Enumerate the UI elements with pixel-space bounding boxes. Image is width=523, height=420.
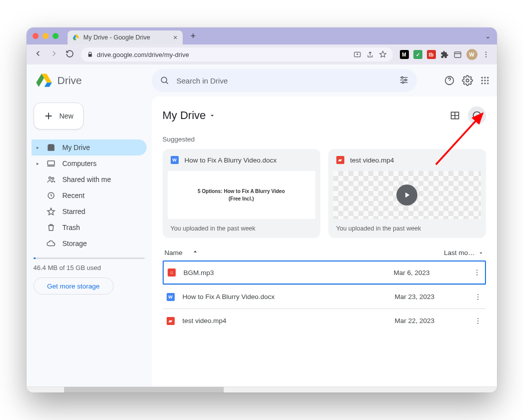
install-icon[interactable] bbox=[353, 50, 361, 58]
audio-file-icon: ♫ bbox=[168, 268, 176, 276]
url-text: drive.google.com/drive/my-drive bbox=[97, 51, 189, 58]
reading-list-icon[interactable] bbox=[453, 50, 462, 59]
expand-arrow-icon[interactable]: ▸ bbox=[37, 145, 40, 150]
minimize-window-button[interactable] bbox=[43, 33, 49, 39]
share-icon[interactable] bbox=[366, 51, 374, 58]
address-bar[interactable]: drive.google.com/drive/my-drive bbox=[81, 48, 393, 62]
new-label: New bbox=[59, 112, 73, 120]
svg-point-12 bbox=[484, 77, 485, 78]
product-name: Drive bbox=[58, 74, 82, 86]
recent-clock-icon bbox=[47, 191, 56, 200]
extension-m-icon[interactable]: M bbox=[400, 50, 409, 59]
bookmark-star-icon[interactable] bbox=[379, 50, 387, 58]
drive-logo[interactable]: Drive bbox=[36, 72, 146, 89]
svg-point-13 bbox=[487, 77, 488, 78]
svg-point-17 bbox=[481, 82, 482, 84]
sidebar-item-starred[interactable]: Starred bbox=[32, 204, 147, 220]
row-more-icon[interactable] bbox=[474, 317, 482, 325]
row-more-icon[interactable] bbox=[474, 293, 482, 301]
main-panel: My Drive Suggested WHow to Fix A Blurry … bbox=[152, 96, 497, 386]
row-more-icon[interactable] bbox=[473, 268, 481, 276]
sidebar-item-storage[interactable]: Storage bbox=[32, 236, 147, 252]
col-name[interactable]: Name bbox=[165, 249, 183, 256]
suggested-section-label: Suggested bbox=[163, 136, 486, 143]
search-input[interactable]: Search in Drive bbox=[152, 69, 417, 92]
expand-arrow-icon[interactable]: ▸ bbox=[37, 161, 40, 166]
back-button[interactable] bbox=[34, 49, 43, 60]
file-date: Mar 23, 2023 bbox=[395, 293, 465, 300]
star-icon bbox=[47, 207, 56, 216]
window-minimize-chevron-icon[interactable]: ⌄ bbox=[485, 32, 491, 40]
col-lastmod[interactable]: Last mo… bbox=[444, 249, 475, 256]
file-name: BGM.mp3 bbox=[184, 269, 214, 276]
card-preview bbox=[333, 171, 481, 219]
svg-point-22 bbox=[52, 178, 54, 180]
file-name: How to Fix A Blurry Video.docx bbox=[183, 293, 275, 300]
sidebar-item-my-drive[interactable]: ▸ My Drive bbox=[32, 140, 147, 156]
layout-grid-button[interactable] bbox=[446, 106, 464, 124]
my-drive-icon bbox=[47, 143, 56, 152]
new-tab-button[interactable]: + bbox=[191, 31, 196, 42]
horizontal-scrollbar[interactable] bbox=[27, 386, 497, 392]
extension-tb-icon[interactable]: tb bbox=[427, 50, 436, 59]
browser-menu-icon[interactable] bbox=[482, 50, 490, 58]
reload-button[interactable] bbox=[66, 50, 74, 60]
sidebar-item-label: Storage bbox=[63, 240, 87, 248]
suggested-card[interactable]: ▰test video.mp4 You uploaded in the past… bbox=[328, 149, 486, 238]
svg-point-34 bbox=[477, 322, 478, 324]
svg-point-28 bbox=[476, 274, 477, 276]
svg-point-4 bbox=[485, 56, 486, 57]
suggested-card[interactable]: WHow to Fix A Blurry Video.docx 5 Option… bbox=[163, 149, 320, 238]
file-date: Mar 6, 2023 bbox=[394, 269, 464, 276]
table-row[interactable]: WHow to Fix A Blurry Video.docx Mar 23, … bbox=[163, 284, 486, 308]
maximize-window-button[interactable] bbox=[53, 33, 59, 39]
profile-avatar[interactable]: W bbox=[466, 49, 477, 60]
sort-ascending-icon[interactable] bbox=[192, 250, 199, 256]
search-icon bbox=[160, 76, 170, 86]
sidebar-item-label: Shared with me bbox=[63, 176, 111, 184]
window-titlebar: My Drive - Google Drive × + ⌄ bbox=[27, 28, 497, 44]
view-details-button[interactable] bbox=[468, 106, 486, 124]
extension-check-icon[interactable]: ✓ bbox=[413, 50, 422, 59]
browser-toolbar: drive.google.com/drive/my-drive M ✓ tb W bbox=[27, 44, 497, 64]
plus-icon bbox=[43, 110, 54, 122]
settings-gear-icon[interactable] bbox=[462, 75, 473, 86]
close-window-button[interactable] bbox=[33, 33, 39, 39]
table-row[interactable]: ♫BGM.mp3 Mar 6, 2023 bbox=[163, 260, 486, 284]
get-more-storage-button[interactable]: Get more storage bbox=[34, 278, 114, 294]
svg-point-30 bbox=[477, 296, 478, 297]
page-title[interactable]: My Drive bbox=[163, 109, 216, 122]
storage-progress bbox=[34, 258, 145, 259]
sidebar-item-trash[interactable]: Trash bbox=[32, 220, 147, 236]
svg-point-14 bbox=[481, 80, 482, 81]
svg-point-11 bbox=[481, 77, 482, 78]
sidebar-item-computers[interactable]: ▸ Computers bbox=[32, 156, 147, 172]
svg-point-33 bbox=[477, 320, 478, 321]
traffic-lights bbox=[33, 33, 59, 39]
svg-point-6 bbox=[401, 76, 403, 78]
sidebar-item-recent[interactable]: Recent bbox=[32, 188, 147, 204]
search-placeholder: Search in Drive bbox=[177, 76, 228, 85]
svg-point-10 bbox=[466, 79, 469, 82]
search-tune-icon[interactable] bbox=[399, 75, 409, 86]
shared-icon bbox=[47, 175, 56, 184]
new-button[interactable]: New bbox=[34, 102, 84, 130]
table-row[interactable]: ▰test video.mp4 Mar 22, 2023 bbox=[163, 308, 486, 332]
chevron-down-icon[interactable] bbox=[478, 250, 484, 256]
tab-close-icon[interactable]: × bbox=[173, 34, 177, 42]
info-icon bbox=[472, 110, 482, 120]
svg-point-27 bbox=[476, 272, 477, 273]
help-icon[interactable] bbox=[444, 75, 455, 86]
apps-grid-icon[interactable] bbox=[480, 76, 490, 86]
extensions-puzzle-icon[interactable] bbox=[440, 50, 449, 59]
sidebar-item-label: Recent bbox=[63, 192, 85, 200]
svg-point-7 bbox=[404, 79, 406, 80]
svg-point-32 bbox=[477, 318, 478, 319]
cloud-icon bbox=[47, 239, 56, 248]
browser-tab[interactable]: My Drive - Google Drive × bbox=[68, 30, 183, 44]
sidebar-item-shared[interactable]: Shared with me bbox=[32, 172, 147, 188]
svg-rect-1 bbox=[454, 52, 461, 57]
card-footer: You uploaded in the past week bbox=[328, 219, 486, 232]
svg-point-3 bbox=[485, 54, 486, 55]
forward-button[interactable] bbox=[50, 49, 59, 60]
